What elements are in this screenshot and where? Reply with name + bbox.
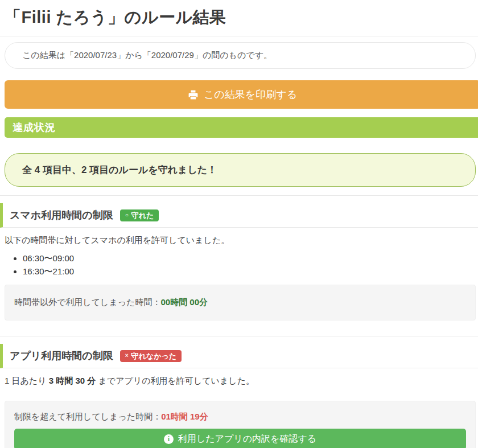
result-box: 制限を超えて利用してしまった時間：01時間 19分 i 利用したアプリの内訳を確…: [5, 401, 476, 448]
app-breakdown-button-label: 利用したアプリの内訳を確認する: [178, 433, 316, 445]
status-badge-label: 守れなかった: [131, 352, 177, 360]
allowed-time-list: 06:30〜09:00 16:30〜21:00: [5, 252, 473, 278]
print-button[interactable]: この結果を印刷する: [5, 80, 478, 109]
status-badge-label: 守れた: [131, 212, 154, 219]
rule-description-limit: 3 時間 30 分: [49, 376, 96, 385]
status-badge-kept: ○ 守れた: [120, 209, 159, 221]
info-circle-icon: i: [164, 434, 174, 444]
rule-title: アプリ利用時間の制限: [10, 349, 113, 363]
rule-title: スマホ利用時間の制限: [10, 208, 113, 222]
rule-description: 以下の時間帯に対してスマホの利用を許可していました。: [5, 235, 473, 246]
status-badge-not-kept: × 守れなかった: [120, 350, 182, 362]
app-breakdown-button[interactable]: i 利用したアプリの内訳を確認する: [14, 429, 466, 448]
rule-description-suffix: までアプリの利用を許可していました。: [96, 376, 254, 385]
rule-section-phone-time: スマホ利用時間の制限 ○ 守れた 以下の時間帯に対してスマホの利用を許可していま…: [0, 203, 478, 320]
print-button-label: この結果を印刷する: [204, 88, 297, 101]
result-label: 制限を超えて利用してしまった時間：: [14, 412, 161, 421]
rule-description: 1 日あたり 3 時間 30 分 までアプリの利用を許可していました。: [5, 376, 473, 387]
allowed-time-item: 06:30〜09:00: [23, 252, 473, 265]
achievement-summary-box: 全 4 項目中、2 項目のルールを守れました！: [5, 153, 476, 187]
page-title: 「Filii たろう」のルール結果: [0, 0, 478, 36]
period-notice-text: この結果は「2020/07/23」から「2020/07/29」の間のものです。: [22, 50, 272, 60]
circle-mark-icon: ○: [125, 212, 129, 218]
result-value: 01時間 19分: [161, 412, 208, 421]
printer-icon: [188, 89, 199, 100]
rule-section-app-time: アプリ利用時間の制限 × 守れなかった 1 日あたり 3 時間 30 分 までア…: [0, 344, 478, 448]
rule-description-prefix: 1 日あたり: [5, 376, 49, 385]
result-line: 制限を超えて利用してしまった時間：01時間 19分: [14, 412, 466, 422]
result-box: 時間帯以外で利用してしまった時間：00時間 00分: [5, 285, 476, 320]
achievement-header-label: 達成状況: [13, 121, 56, 134]
allowed-time-item: 16:30〜21:00: [23, 265, 473, 278]
result-label: 時間帯以外で利用してしまった時間：: [14, 297, 160, 307]
result-value: 00時間 00分: [160, 297, 208, 307]
section-divider: [0, 195, 478, 196]
achievement-section-header: 達成状況: [5, 117, 478, 138]
period-notice: この結果は「2020/07/23」から「2020/07/29」の間のものです。: [5, 42, 476, 69]
rule-header: スマホ利用時間の制限 ○ 守れた: [0, 203, 478, 228]
section-divider: [0, 336, 478, 336]
achievement-summary-text: 全 4 項目中、2 項目のルールを守れました！: [22, 165, 217, 175]
cross-mark-icon: ×: [125, 353, 129, 359]
rule-header: アプリ利用時間の制限 × 守れなかった: [0, 344, 478, 368]
